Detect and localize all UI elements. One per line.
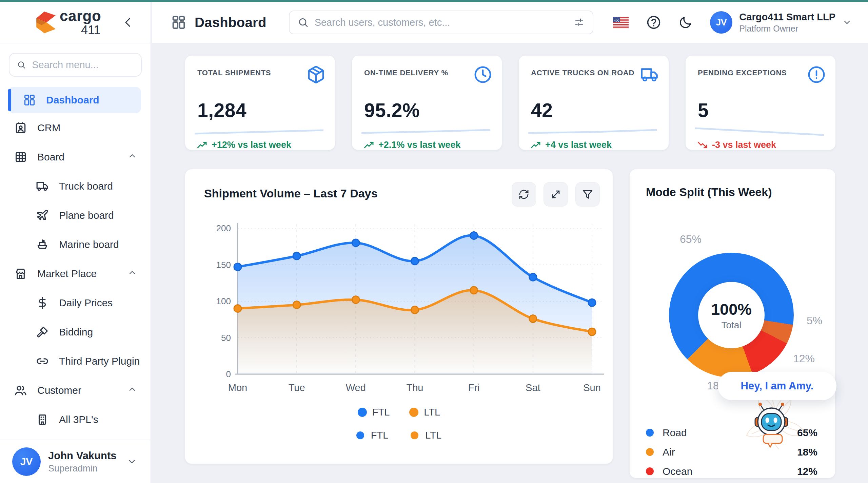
chevron-down-icon xyxy=(127,457,137,467)
us-flag-icon xyxy=(613,17,629,28)
kpi-trend: -3 vs last week xyxy=(698,140,776,150)
sidebar-user-panel[interactable]: JV John Vakunts Superadmin xyxy=(0,440,151,483)
dashboard-icon xyxy=(23,93,37,107)
mode-split-card: Mode Split (This Week) 65% 100% Total 5%… xyxy=(629,169,835,478)
link-icon xyxy=(36,354,50,368)
kpi-card-on-time-delivery: ON-TIME DELIVERY % 95.2% +2.1% vs last w… xyxy=(352,55,502,150)
amy-chat-bubble[interactable]: Hey, I am Amy. xyxy=(718,372,836,400)
sidebar-collapse-button[interactable] xyxy=(121,15,136,30)
legend-dot-ocean xyxy=(646,467,654,475)
svg-text:150: 150 xyxy=(216,260,231,270)
sidebar-item-truck-board[interactable]: Truck board xyxy=(0,172,151,201)
kpi-value: 1,284 xyxy=(197,99,246,121)
sparkline xyxy=(361,127,490,136)
sidebar-item-crm[interactable]: CRM xyxy=(0,113,151,142)
legend-dot-air xyxy=(646,448,654,456)
trending-up-icon xyxy=(197,141,208,149)
pie-label-ocean: 12% xyxy=(793,352,815,365)
legend-dot-ltl xyxy=(411,431,418,439)
sidebar-item-third-party-plugin[interactable]: Third Party Plugin xyxy=(0,347,151,376)
svg-text:Sun: Sun xyxy=(583,382,601,393)
legend-label-ftl: FTL xyxy=(372,407,390,418)
user-role: Superadmin xyxy=(48,463,127,474)
sidebar-item-label: Customer xyxy=(37,385,81,396)
package-icon xyxy=(307,65,326,84)
sidebar-item-board[interactable]: Board xyxy=(0,142,151,172)
chevron-up-icon xyxy=(127,151,137,163)
svg-text:Sat: Sat xyxy=(526,382,540,393)
help-circle-icon xyxy=(646,15,661,30)
kpi-value: 5 xyxy=(698,99,709,121)
legend-dot-road xyxy=(646,429,654,437)
chevron-up-icon xyxy=(127,385,137,397)
sidebar-item-daily-prices[interactable]: Daily Prices xyxy=(0,288,151,317)
account-name: Cargo411 Smart LLP xyxy=(739,12,835,23)
sidebar-item-bidding[interactable]: Bidding xyxy=(0,317,151,347)
kpi-value: 95.2% xyxy=(364,99,420,121)
cargo411-logo-icon xyxy=(34,11,57,34)
kpi-label: ON-TIME DELIVERY % xyxy=(364,69,476,77)
kpi-card-pending-exceptions: PENDING EXCEPTIONS 5 -3 vs last week xyxy=(685,55,836,150)
global-search-input[interactable] xyxy=(315,17,574,28)
legend-label-ftl: FTL xyxy=(371,430,389,441)
kpi-trend: +4 vs last week xyxy=(531,140,612,150)
sidebar-item-dashboard[interactable]: Dashboard xyxy=(8,87,141,113)
truck-icon xyxy=(36,179,50,193)
help-button[interactable] xyxy=(646,15,661,30)
kpi-trend: +12% vs last week xyxy=(197,140,291,150)
account-role: Platform Owner xyxy=(739,24,835,34)
account-menu[interactable]: JV Cargo411 Smart LLP Platform Owner xyxy=(710,11,852,34)
top-accent-strip xyxy=(0,0,868,2)
logo-text-sub: 411 xyxy=(60,24,101,36)
sidebar-search-input[interactable] xyxy=(32,59,134,71)
logo-row: cargo 411 xyxy=(0,2,151,43)
sidebar-item-label: Marine board xyxy=(59,239,119,250)
sidebar-item-label: Third Party Plugin xyxy=(59,355,140,367)
sidebar-item-label: All 3PL's xyxy=(59,414,98,425)
sidebar-item-label: Dashboard xyxy=(46,94,99,106)
building-icon xyxy=(36,413,50,426)
chart-legend-row-2: FTL LTL xyxy=(185,430,613,441)
sidebar-item-market-place[interactable]: Market Place xyxy=(0,259,151,288)
sparkline xyxy=(528,127,657,136)
chevron-left-icon xyxy=(122,17,134,28)
sidebar-item-marine-board[interactable]: Marine board xyxy=(0,230,151,259)
sidebar-item-customer[interactable]: Customer xyxy=(0,376,151,405)
kpi-row: TOTAL SHIPMENTS 1,284 +12% vs last week … xyxy=(185,55,836,150)
alert-circle-icon xyxy=(807,65,826,84)
legend-item-air: Air 18% xyxy=(646,442,817,462)
svg-text:200: 200 xyxy=(216,223,231,233)
svg-text:50: 50 xyxy=(221,333,231,343)
kpi-label: PENDING EXCEPTIONS xyxy=(698,69,810,77)
search-icon xyxy=(298,17,309,28)
top-header: Dashboard JV Cargo411 Smart LLP Platform… xyxy=(152,2,868,43)
gavel-icon xyxy=(36,325,50,339)
kpi-card-active-trucks: ACTIVE TRUCKS ON ROAD 42 +4 vs last week xyxy=(518,55,669,150)
users-icon xyxy=(14,384,28,397)
sidebar-search xyxy=(9,53,142,77)
kpi-label: TOTAL SHIPMENTS xyxy=(197,69,309,77)
legend-label-ltl: LTL xyxy=(424,407,440,418)
svg-text:Tue: Tue xyxy=(289,382,305,393)
dark-mode-button[interactable] xyxy=(679,16,692,29)
page-title: Dashboard xyxy=(195,15,267,30)
svg-text:0: 0 xyxy=(226,369,231,379)
ship-icon xyxy=(36,238,50,251)
clock-icon xyxy=(473,65,492,84)
sidebar-nav: Dashboard CRM Board Truck board Plane bo… xyxy=(0,87,151,434)
filter-sliders-icon[interactable] xyxy=(574,17,585,28)
dashboard-content: TOTAL SHIPMENTS 1,284 +12% vs last week … xyxy=(152,43,868,483)
chart-title: Mode Split (This Week) xyxy=(646,186,772,199)
sidebar-item-all-3pls[interactable]: All 3PL's xyxy=(0,405,151,434)
trending-down-icon xyxy=(698,141,708,149)
avatar: JV xyxy=(710,11,732,34)
sidebar-item-label: Bidding xyxy=(59,326,93,338)
sidebar: cargo 411 Dashboard CRM Board Truck boar… xyxy=(0,2,151,483)
chart-legend-row-1: FTL LTL xyxy=(185,407,613,418)
sidebar-item-plane-board[interactable]: Plane board xyxy=(0,201,151,230)
contact-card-icon xyxy=(14,121,28,135)
language-button[interactable] xyxy=(613,17,629,28)
svg-text:100: 100 xyxy=(216,296,231,306)
legend-label-ltl: LTL xyxy=(425,430,441,441)
avatar: JV xyxy=(12,447,41,476)
